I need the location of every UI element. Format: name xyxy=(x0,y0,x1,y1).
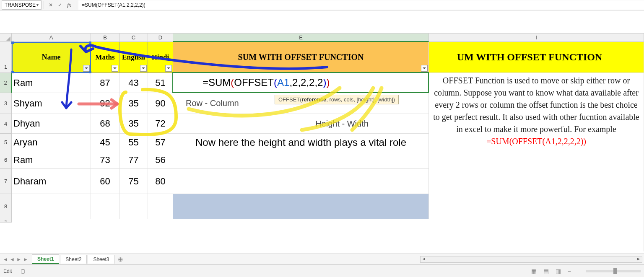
cell-D2[interactable]: 51 xyxy=(148,73,173,93)
name-box-dropdown-icon[interactable]: ▼ xyxy=(36,3,39,7)
cell-E6[interactable] xyxy=(173,151,429,169)
cell-B5[interactable]: 45 xyxy=(91,134,119,151)
cell-I-body[interactable]: OFFSET Function is used to move or skip … xyxy=(429,73,644,251)
row-header-3[interactable]: 3 xyxy=(0,93,12,114)
row-header-2[interactable]: 2 xyxy=(0,73,12,93)
cell-D6[interactable]: 56 xyxy=(148,151,173,169)
scroll-right-icon[interactable]: ► xyxy=(635,256,642,262)
row-header-5[interactable]: 5 xyxy=(0,134,12,151)
cell-C8[interactable] xyxy=(119,194,148,219)
zoom-handle[interactable] xyxy=(613,268,617,274)
enter-button[interactable]: ✓ xyxy=(55,0,65,10)
filter-icon[interactable] xyxy=(165,65,172,72)
cell-B8[interactable] xyxy=(91,194,119,219)
cell-A2[interactable]: Ram xyxy=(12,73,91,93)
row-header-9[interactable]: 9 xyxy=(0,219,12,223)
tab-nav-buttons[interactable]: ◄◄►► xyxy=(0,256,31,262)
add-sheet-button[interactable]: ⊕ xyxy=(118,256,123,263)
col-header-D[interactable]: D xyxy=(148,34,173,42)
cell-B1[interactable]: Maths xyxy=(91,42,119,73)
cell-C5[interactable]: 55 xyxy=(119,134,148,151)
select-all-cells[interactable] xyxy=(0,34,12,42)
fx-button[interactable]: fx xyxy=(65,2,74,8)
cell-D1[interactable]: Hindi xyxy=(148,42,173,73)
sheet-tab-1[interactable]: Sheet1 xyxy=(32,254,59,264)
filter-icon[interactable] xyxy=(140,65,147,72)
col-header-B[interactable]: B xyxy=(91,34,119,42)
sheet-tab-3[interactable]: Sheet3 xyxy=(88,255,114,264)
cell-E5[interactable]: Now here the height and width plays a vi… xyxy=(173,134,429,151)
cell-B2[interactable]: 87 xyxy=(91,73,119,93)
row-header-1[interactable]: 1 xyxy=(0,42,12,73)
col-header-A[interactable]: A xyxy=(12,34,91,42)
sheet-tab-2[interactable]: Sheet2 xyxy=(60,255,87,264)
cell-E1[interactable]: SUM WITH OFFSET FUNCTION xyxy=(173,42,429,73)
formula-text-input[interactable]: =SUM(OFFSET(A1,2,2,2,2)) xyxy=(78,0,644,10)
cell-B6[interactable]: 73 xyxy=(91,151,119,169)
cell-C6[interactable]: 77 xyxy=(119,151,148,169)
scroll-left-icon[interactable]: ◄ xyxy=(421,256,427,262)
column-headers: A B C D E I xyxy=(12,34,644,42)
cell-A5[interactable]: Aryan xyxy=(12,134,91,151)
cell-D5[interactable]: 57 xyxy=(148,134,173,151)
function-tooltip[interactable]: OFFSET(reference, rows, cols, [height], … xyxy=(275,95,399,104)
cell-C7[interactable]: 75 xyxy=(119,169,148,194)
cells-area: Name Maths English Hindi SUM WITH OFFSET… xyxy=(12,42,644,219)
cancel-button[interactable]: ✕ xyxy=(46,0,55,10)
cell-E7[interactable] xyxy=(173,169,429,194)
example-formula: =SUM(OFFSET(A1,2,2,2,2)) xyxy=(486,137,586,146)
horizontal-scrollbar[interactable]: ◄ ► xyxy=(420,256,642,263)
cell-D3[interactable]: 90 xyxy=(148,93,173,114)
cell-B4[interactable]: 68 xyxy=(91,114,119,134)
status-bar: Edit ▢ ▦ ▤ ▥ − xyxy=(0,264,644,277)
separator xyxy=(76,1,76,9)
col-header-E[interactable]: E xyxy=(173,34,429,42)
cell-C4[interactable]: 35 xyxy=(119,114,148,134)
status-mode: Edit xyxy=(3,268,12,274)
cell-C2[interactable]: 43 xyxy=(119,73,148,93)
filter-icon[interactable] xyxy=(421,65,428,72)
col-header-C[interactable]: C xyxy=(119,34,148,42)
view-page-break-icon[interactable]: ▥ xyxy=(556,268,561,274)
cell-A7[interactable]: Dharam xyxy=(12,169,91,194)
sheet-tab-bar: ◄◄►► Sheet1 Sheet2 Sheet3 ⊕ ◄ ► xyxy=(0,254,644,264)
cell-C1[interactable]: English xyxy=(119,42,148,73)
cell-A3[interactable]: Shyam xyxy=(12,93,91,114)
zoom-slider[interactable] xyxy=(586,270,641,272)
cell-E2-editing[interactable]: =SUM(OFFSET(A1,2,2,2,2)) xyxy=(172,72,429,93)
separator xyxy=(44,1,44,9)
cell-E8[interactable] xyxy=(173,194,429,219)
cell-A4[interactable]: Dhyan xyxy=(12,114,91,134)
cell-B3[interactable]: 92 xyxy=(91,93,119,114)
check-icon: ✓ xyxy=(58,2,62,8)
reference-highlight-A1 xyxy=(12,42,91,73)
cell-A6[interactable]: Ram xyxy=(12,151,91,169)
name-box-value: TRANSPOSE xyxy=(5,2,36,8)
row-header-4[interactable]: 4 xyxy=(0,114,12,134)
ribbon-area xyxy=(0,10,644,34)
filter-icon[interactable] xyxy=(112,65,118,72)
name-box[interactable]: TRANSPOSE ▼ xyxy=(2,0,42,10)
cell-B7[interactable]: 60 xyxy=(91,169,119,194)
view-normal-icon[interactable]: ▦ xyxy=(531,268,537,274)
row-header-8[interactable]: 8 xyxy=(0,194,12,219)
view-page-layout-icon[interactable]: ▤ xyxy=(543,268,549,274)
macro-record-icon[interactable]: ▢ xyxy=(21,268,25,274)
row-header-6[interactable]: 6 xyxy=(0,151,12,169)
row-header-7[interactable]: 7 xyxy=(0,169,12,194)
cell-D8[interactable] xyxy=(148,194,173,219)
worksheet-grid[interactable]: A B C D E I 1 2 3 4 5 6 7 8 9 Name Maths… xyxy=(0,34,644,251)
col-header-I[interactable]: I xyxy=(429,34,644,42)
zoom-out-icon[interactable]: − xyxy=(568,268,571,274)
cell-E4[interactable]: Height - Width xyxy=(173,114,429,134)
cell-D4[interactable]: 72 xyxy=(148,114,173,134)
row-headers: 1 2 3 4 5 6 7 8 9 xyxy=(0,42,12,223)
formula-bar: TRANSPOSE ▼ ✕ ✓ fx =SUM(OFFSET(A1,2,2,2,… xyxy=(0,0,644,10)
cell-I1[interactable]: UM WITH OFFSET FUNCTION xyxy=(429,42,644,73)
cell-C3[interactable]: 35 xyxy=(119,93,148,114)
cell-D7[interactable]: 80 xyxy=(148,169,173,194)
cancel-icon: ✕ xyxy=(49,2,53,8)
cell-A8[interactable] xyxy=(12,194,91,219)
